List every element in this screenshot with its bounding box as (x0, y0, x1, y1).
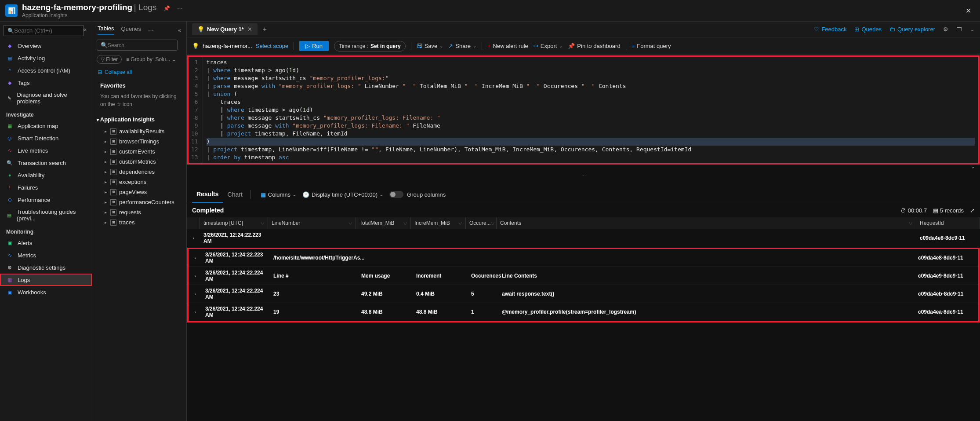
columns-button[interactable]: ▦Columns⌄ (261, 191, 296, 198)
table-row[interactable]: › 3/26/2021, 12:24:22.224 AM Line # Mem … (189, 267, 978, 285)
table-label: performanceCounters (119, 199, 174, 205)
filter-icon[interactable]: ▽ (909, 220, 912, 226)
expand-row-icon[interactable]: › (189, 249, 202, 267)
table-item[interactable]: ⊞customMetrics (92, 157, 186, 167)
nav-item[interactable]: ✎Diagnose and solve problems (0, 89, 92, 107)
table-row[interactable]: › 3/26/2021, 12:24:22.224 AM 19 48.8 MiB… (189, 303, 978, 321)
nav-item[interactable]: ∿Metrics (0, 249, 92, 261)
nav-item[interactable]: ◎Smart Detection (0, 132, 92, 144)
filter-icon[interactable]: ▽ (261, 220, 264, 226)
format-query-button[interactable]: ≡Format query (632, 43, 671, 49)
docs-icon[interactable]: 🗖 (956, 26, 962, 33)
settings-icon[interactable]: ⚙ (943, 26, 948, 33)
table-item[interactable]: ⊞availabilityResults (92, 126, 186, 136)
nav-item[interactable]: ᴬAccess control (IAM) (0, 64, 92, 77)
nav-item[interactable]: ▦Application map (0, 120, 92, 132)
col-requestid[interactable]: RequestId (916, 217, 980, 229)
tab-queries[interactable]: Queries (121, 26, 142, 35)
new-alert-button[interactable]: +New alert rule (487, 43, 528, 49)
tab-tables[interactable]: Tables (98, 25, 114, 35)
table-item[interactable]: ⊞requests (92, 207, 186, 217)
records-icon: ▤ (933, 207, 938, 214)
nav-item[interactable]: ◆Overview (0, 40, 92, 52)
add-tab-button[interactable]: + (259, 26, 270, 33)
time-range-selector[interactable]: Time range : Set in query (334, 41, 406, 51)
pin-icon[interactable]: 📌 (163, 5, 170, 11)
nav-search-input[interactable] (14, 27, 88, 34)
more-icon[interactable]: ⋯ (148, 27, 154, 33)
collapse-all-button[interactable]: ⊟ Collapse all (92, 66, 186, 79)
collapse-editor-icon[interactable]: ⌃ (971, 166, 976, 172)
chart-tab[interactable]: Chart (223, 187, 247, 202)
collapse-panel-icon[interactable]: « (178, 27, 181, 33)
share-button[interactable]: ↗Share⌄ (448, 43, 476, 49)
nav-item[interactable]: ●Availability (0, 169, 92, 181)
results-tab[interactable]: Results (192, 186, 223, 203)
col-incremem[interactable]: IncreMem_MiB▽ (411, 217, 466, 229)
nav-item[interactable]: ◆Tags (0, 77, 92, 89)
run-button[interactable]: ▷Run (299, 41, 329, 51)
select-scope-link[interactable]: Select scope (256, 43, 288, 49)
display-time-button[interactable]: 🕐Display time (UTC+00:00)⌄ (302, 191, 383, 198)
col-totalmem[interactable]: TotalMem_MiB▽ (356, 217, 411, 229)
col-timestamp[interactable]: timestamp [UTC]▽ (200, 217, 268, 229)
code-area[interactable]: traces| where timestamp > ago(1d)| where… (203, 57, 978, 163)
col-linenumber[interactable]: LineNumber▽ (268, 217, 356, 229)
group-columns-toggle[interactable] (389, 191, 403, 198)
expand-icon[interactable]: ⤢ (970, 207, 975, 214)
table-row[interactable]: › 3/26/2021, 12:24:22.224 AM 23 49.2 MiB… (189, 285, 978, 303)
table-label: customEvents (119, 148, 155, 155)
table-item[interactable]: ⊞browserTimings (92, 136, 186, 146)
table-row[interactable]: › 3/26/2021, 12:24:22.223 AM /home/site/… (189, 249, 978, 267)
query-tab[interactable]: 💡 New Query 1* ✕ (192, 23, 258, 35)
chevron-down-icon[interactable]: ⌄ (970, 26, 975, 33)
close-tab-icon[interactable]: ✕ (247, 26, 252, 33)
nav-label: Diagnostic settings (18, 264, 65, 271)
table-item[interactable]: ⊞traces (92, 217, 186, 227)
col-occurences[interactable]: Occure...▽ (466, 217, 497, 229)
nav-item[interactable]: ▥Logs (0, 274, 92, 286)
filter-icon[interactable]: ▽ (403, 220, 407, 226)
table-group-app-insights[interactable]: Application Insights (92, 113, 186, 126)
table-item[interactable]: ⊞performanceCounters (92, 197, 186, 207)
export-button[interactable]: ↦Export⌄ (534, 43, 563, 49)
nav-label: Troubleshooting guides (previ... (17, 209, 86, 222)
filter-icon[interactable]: ▽ (348, 220, 352, 226)
query-editor[interactable]: 12345678910111213 traces| where timestam… (189, 57, 978, 163)
nav-search[interactable]: 🔍 (4, 25, 83, 36)
table-item[interactable]: ⊞customEvents (92, 146, 186, 157)
groupby-button[interactable]: ≡ Group by: Solu... ⌄ (126, 56, 176, 62)
save-button[interactable]: 🖫Save⌄ (417, 43, 443, 49)
nav-item[interactable]: ⚙Diagnostic settings (0, 261, 92, 274)
close-icon[interactable]: ✕ (962, 5, 975, 17)
filter-icon[interactable]: ▽ (491, 220, 494, 226)
nav-item[interactable]: ⊙Performance (0, 194, 92, 206)
nav-item[interactable]: 🔍Transaction search (0, 157, 92, 169)
nav-item[interactable]: ▣Workbooks (0, 286, 92, 298)
more-icon[interactable]: ⋯ (177, 5, 183, 11)
table-icon: ⊞ (110, 199, 116, 205)
table-item[interactable]: ⊞dependencies (92, 167, 186, 177)
queries-button[interactable]: ⊞Queries (854, 26, 882, 33)
table-search[interactable]: 🔍 (97, 40, 178, 51)
nav-item[interactable]: ∿Live metrics (0, 144, 92, 157)
pin-button[interactable]: 📌Pin to dashboard (568, 43, 620, 49)
nav-item[interactable]: ▣Alerts (0, 237, 92, 249)
filter-icon[interactable]: ▽ (458, 220, 462, 226)
expand-row-icon[interactable]: › (189, 303, 202, 321)
table-item[interactable]: ⊞exceptions (92, 177, 186, 187)
table-item[interactable]: ⊞pageViews (92, 187, 186, 197)
nav-item[interactable]: ▤Troubleshooting guides (previ... (0, 206, 92, 224)
nav-item[interactable]: ▤Activity log (0, 52, 92, 64)
expand-row-icon[interactable]: › (189, 267, 202, 285)
query-explorer-button[interactable]: 🗀Query explorer (889, 26, 935, 33)
feedback-button[interactable]: ♡Feedback (814, 26, 846, 33)
filter-button[interactable]: ▽ Filter (97, 55, 122, 64)
expand-row-icon[interactable]: › (189, 285, 202, 303)
table-row[interactable]: › 3/26/2021, 12:24:22.223 AM c09da4e8-8d… (187, 229, 980, 247)
col-contents[interactable]: Contents▽ (497, 217, 916, 229)
table-search-input[interactable] (108, 42, 174, 48)
page-title: Logs (138, 3, 156, 12)
expand-row-icon[interactable]: › (187, 229, 200, 247)
nav-item[interactable]: !Failures (0, 181, 92, 194)
